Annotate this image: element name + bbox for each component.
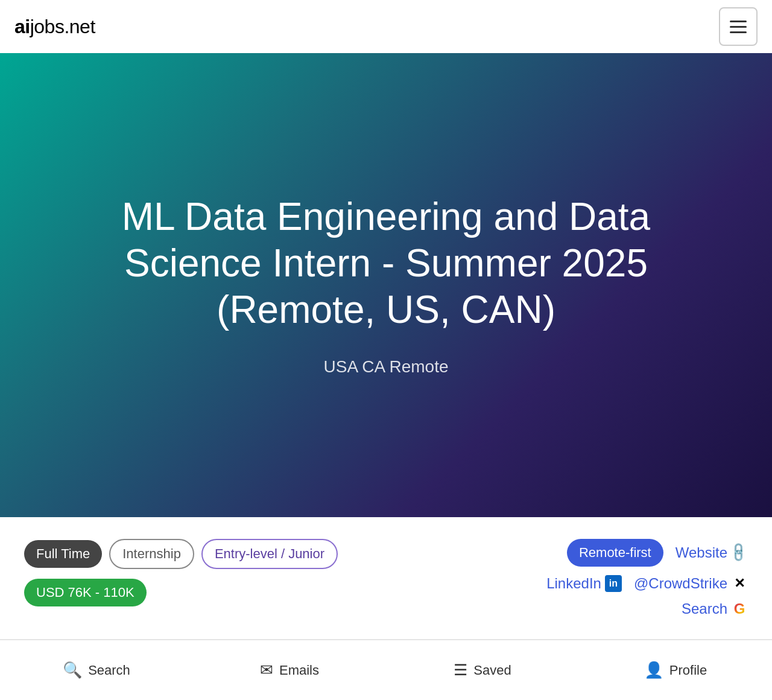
google-icon: G <box>731 600 748 617</box>
salary-row: USD 76K - 110K <box>24 579 338 606</box>
emails-nav-icon: ✉ <box>260 661 273 679</box>
tag-full-time[interactable]: Full Time <box>24 540 102 568</box>
hamburger-line-2 <box>730 26 747 28</box>
nav-profile-label: Profile <box>669 663 707 678</box>
tag-salary[interactable]: USD 76K - 110K <box>24 579 147 606</box>
nav-saved[interactable]: ☰ Saved <box>386 661 579 679</box>
linkedin-icon: in <box>605 575 622 592</box>
navbar: aijobs.net <box>0 0 772 53</box>
search-link[interactable]: Search G <box>682 600 748 617</box>
tag-entry-level[interactable]: Entry-level / Junior <box>201 539 338 569</box>
job-location: USA CA Remote <box>324 357 449 377</box>
search-label: Search <box>682 600 727 617</box>
link-chain-icon: 🔗 <box>727 541 751 565</box>
nav-emails[interactable]: ✉ Emails <box>193 661 386 679</box>
job-title: ML Data Engineering and Data Science Int… <box>84 194 688 332</box>
hamburger-button[interactable] <box>719 7 758 46</box>
brand-logo[interactable]: aijobs.net <box>14 16 95 38</box>
nav-profile[interactable]: 👤 Profile <box>579 661 772 679</box>
hamburger-line-1 <box>730 21 747 22</box>
social-links-row: LinkedIn in @CrowdStrike ✕ <box>546 575 748 592</box>
nav-emails-label: Emails <box>279 663 319 678</box>
search-nav-icon: 🔍 <box>63 661 82 679</box>
website-label: Website <box>676 544 727 561</box>
job-type-tags: Full Time Internship Entry-level / Junio… <box>24 539 338 569</box>
info-left: Full Time Internship Entry-level / Junio… <box>24 539 338 606</box>
top-links-row: Remote-first Website 🔗 <box>567 539 748 567</box>
website-link[interactable]: Website 🔗 <box>676 544 748 561</box>
brand-rest: jobs.net <box>30 16 95 37</box>
nav-search-label: Search <box>88 663 130 678</box>
twitter-label: @CrowdStrike <box>634 575 727 592</box>
tag-remote-first[interactable]: Remote-first <box>567 539 663 567</box>
saved-nav-icon: ☰ <box>454 661 467 679</box>
info-right: Remote-first Website 🔗 LinkedIn in @Crow… <box>546 539 748 617</box>
hamburger-line-3 <box>730 31 747 33</box>
bottom-nav: 🔍 Search ✉ Emails ☰ Saved 👤 Profile <box>0 640 772 700</box>
search-link-row: Search G <box>682 600 748 617</box>
nav-search[interactable]: 🔍 Search <box>0 661 193 679</box>
info-bar: Full Time Internship Entry-level / Junio… <box>0 517 772 640</box>
profile-nav-icon: 👤 <box>644 661 663 679</box>
hero-section: ML Data Engineering and Data Science Int… <box>0 53 772 517</box>
linkedin-link[interactable]: LinkedIn in <box>546 575 622 592</box>
twitter-link[interactable]: @CrowdStrike ✕ <box>634 575 748 592</box>
tag-internship[interactable]: Internship <box>109 539 194 569</box>
x-icon: ✕ <box>731 575 748 592</box>
nav-saved-label: Saved <box>473 663 511 678</box>
linkedin-label: LinkedIn <box>546 575 601 592</box>
brand-ai: ai <box>14 16 30 37</box>
